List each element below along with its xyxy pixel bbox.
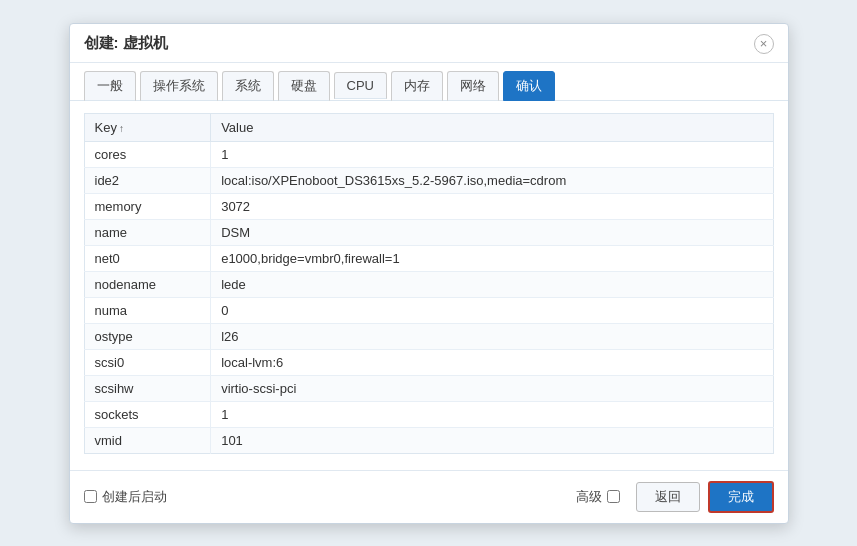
table-row: scsi0local-lvm:6: [84, 349, 773, 375]
row-value: DSM: [211, 219, 773, 245]
footer-left: 创建后启动: [84, 488, 576, 506]
row-value: 1: [211, 401, 773, 427]
auto-start-checkbox[interactable]: [84, 490, 97, 503]
table-row: ide2local:iso/XPEnoboot_DS3615xs_5.2-596…: [84, 167, 773, 193]
footer-right: 高级 返回 完成: [576, 481, 774, 513]
table-row: sockets1: [84, 401, 773, 427]
advanced-area: 高级: [576, 488, 620, 506]
row-value: local:iso/XPEnoboot_DS3615xs_5.2-5967.is…: [211, 167, 773, 193]
row-key: numa: [84, 297, 211, 323]
advanced-label: 高级: [576, 488, 602, 506]
tab-内存[interactable]: 内存: [391, 71, 443, 101]
row-value: 3072: [211, 193, 773, 219]
row-key: cores: [84, 141, 211, 167]
table-row: nameDSM: [84, 219, 773, 245]
table-row: nodenamelede: [84, 271, 773, 297]
table-row: cores1: [84, 141, 773, 167]
row-key: ostype: [84, 323, 211, 349]
close-button[interactable]: ×: [754, 34, 774, 54]
table-row: vmid101: [84, 427, 773, 453]
row-key: nodename: [84, 271, 211, 297]
row-key: ide2: [84, 167, 211, 193]
row-value: l26: [211, 323, 773, 349]
tab-一般[interactable]: 一般: [84, 71, 136, 101]
row-value: local-lvm:6: [211, 349, 773, 375]
row-value: virtio-scsi-pci: [211, 375, 773, 401]
table-row: memory3072: [84, 193, 773, 219]
row-key: scsihw: [84, 375, 211, 401]
tab-系统[interactable]: 系统: [222, 71, 274, 101]
table-row: ostypel26: [84, 323, 773, 349]
back-button[interactable]: 返回: [636, 482, 700, 512]
dialog-body: Key↑ Value cores1ide2local:iso/XPEnoboot…: [70, 101, 788, 466]
tab-网络[interactable]: 网络: [447, 71, 499, 101]
create-vm-dialog: 创建: 虚拟机 × 一般操作系统系统硬盘CPU内存网络确认 Key↑ Value…: [69, 23, 789, 524]
config-table: Key↑ Value cores1ide2local:iso/XPEnoboot…: [84, 113, 774, 454]
tab-操作系统[interactable]: 操作系统: [140, 71, 218, 101]
dialog-header: 创建: 虚拟机 ×: [70, 24, 788, 63]
row-key: vmid: [84, 427, 211, 453]
row-value: lede: [211, 271, 773, 297]
tab-确认[interactable]: 确认: [503, 71, 555, 101]
row-key: net0: [84, 245, 211, 271]
tab-bar: 一般操作系统系统硬盘CPU内存网络确认: [70, 63, 788, 101]
auto-start-checkbox-label[interactable]: 创建后启动: [84, 488, 167, 506]
dialog-title: 创建: 虚拟机: [84, 34, 168, 53]
row-key: memory: [84, 193, 211, 219]
table-row: numa0: [84, 297, 773, 323]
row-value: 0: [211, 297, 773, 323]
row-key: name: [84, 219, 211, 245]
table-row: net0e1000,bridge=vmbr0,firewall=1: [84, 245, 773, 271]
tab-CPU[interactable]: CPU: [334, 72, 387, 99]
finish-button[interactable]: 完成: [708, 481, 774, 513]
auto-start-label: 创建后启动: [102, 488, 167, 506]
col-key-header: Key↑: [84, 113, 211, 141]
sort-arrow-icon: ↑: [119, 123, 124, 134]
row-key: scsi0: [84, 349, 211, 375]
advanced-checkbox[interactable]: [607, 490, 620, 503]
row-value: 1: [211, 141, 773, 167]
table-row: scsihwvirtio-scsi-pci: [84, 375, 773, 401]
dialog-footer: 创建后启动 高级 返回 完成: [70, 470, 788, 523]
row-key: sockets: [84, 401, 211, 427]
row-value: e1000,bridge=vmbr0,firewall=1: [211, 245, 773, 271]
tab-硬盘[interactable]: 硬盘: [278, 71, 330, 101]
col-value-header: Value: [211, 113, 773, 141]
row-value: 101: [211, 427, 773, 453]
